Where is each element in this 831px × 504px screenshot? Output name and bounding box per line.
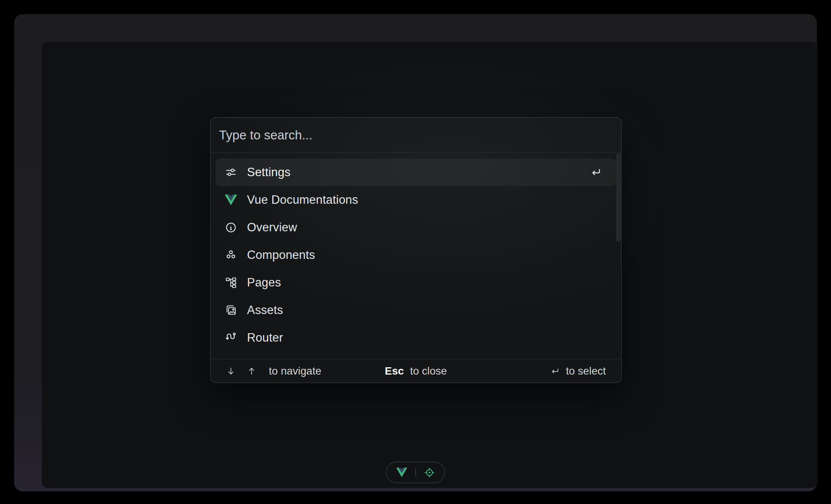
list-item-label: Assets (247, 303, 283, 317)
select-hint-label: to select (566, 365, 606, 377)
list-item-pages[interactable]: Pages (216, 269, 616, 296)
assets-image-icon (225, 304, 237, 316)
list-item-components[interactable]: Components (216, 241, 616, 269)
arrow-up-icon (247, 366, 257, 376)
search-input[interactable] (219, 128, 613, 142)
list-item-overview[interactable]: Overview (216, 214, 616, 241)
close-hint-label: to close (410, 365, 447, 377)
components-icon (225, 249, 237, 261)
list-item-label: Pages (247, 276, 281, 290)
list-item-label: Router (247, 331, 283, 345)
enter-key-icon (550, 366, 560, 376)
component-inspector-button[interactable] (424, 467, 435, 478)
list-item-label: Components (247, 248, 315, 262)
info-icon (225, 221, 237, 234)
esc-key-label: Esc (385, 365, 404, 377)
command-palette-dialog: Settings Vue Documentations (210, 117, 622, 383)
sliders-icon (225, 166, 237, 178)
list-item-vue-documentations[interactable]: Vue Documentations (216, 186, 616, 214)
scrollbar-thumb[interactable] (616, 154, 621, 242)
vue-devtools-button[interactable] (396, 468, 407, 477)
list-item-label: Settings (247, 165, 291, 179)
navigate-hint-label: to navigate (269, 365, 321, 377)
devtools-floating-toolbar (386, 461, 445, 483)
list-item-router[interactable]: Router (216, 324, 616, 352)
enter-key-icon (590, 167, 602, 178)
router-route-icon (225, 332, 237, 344)
locate-icon (424, 467, 435, 478)
vue-logo-icon (396, 468, 407, 477)
list-item-settings[interactable]: Settings (216, 159, 616, 186)
dialog-footer: to navigate Esc to close to select (211, 359, 621, 383)
arrow-down-icon (226, 366, 236, 376)
select-hint: to select (550, 365, 606, 377)
search-section (211, 118, 621, 153)
close-hint: Esc to close (385, 365, 447, 377)
list-item-label: Vue Documentations (247, 193, 358, 207)
vue-logo-icon (225, 194, 237, 206)
list-item-assets[interactable]: Assets (216, 296, 616, 324)
pages-tree-icon (225, 277, 237, 289)
command-list: Settings Vue Documentations (211, 153, 621, 359)
list-item-label: Overview (247, 221, 297, 234)
navigate-hint: to navigate (226, 365, 321, 377)
pill-divider (416, 468, 416, 477)
